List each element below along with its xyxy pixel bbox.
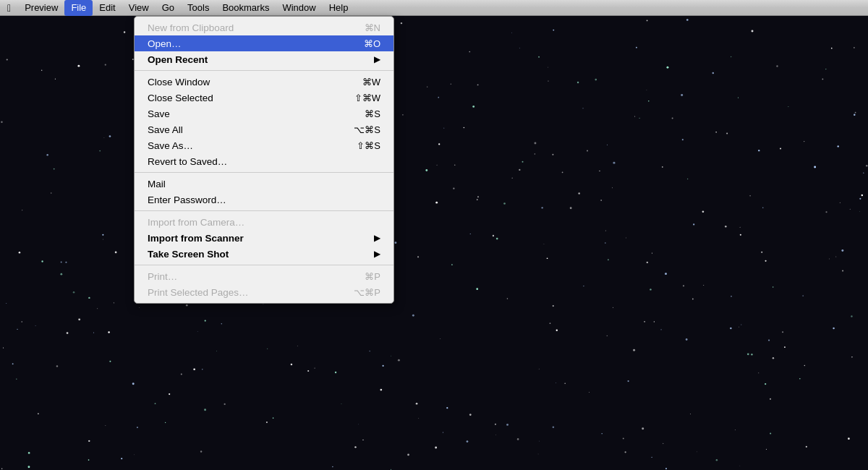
menu-item-new-from-clipboard-shortcut: ⌘N [365,22,380,33]
menu-item-close-window[interactable]: Close Window ⌘W [135,74,393,90]
separator-1 [135,70,393,71]
menubar-item-edit[interactable]: Edit [93,0,122,16]
menu-item-open-label: Open… [148,38,342,49]
menu-item-revert-to-saved[interactable]: Revert to Saved… [135,153,393,169]
menubar-item-bookmarks[interactable]: Bookmarks [216,0,276,16]
menu-item-print-shortcut: ⌘P [365,271,380,282]
menu-item-take-screen-shot-label: Take Screen Shot [148,249,367,260]
menu-item-enter-password[interactable]: Enter Password… [135,192,393,208]
menu-item-print-selected-pages-label: Print Selected Pages… [148,287,332,298]
menu-item-save-shortcut: ⌘S [365,108,380,119]
menu-item-save-all-shortcut: ⌥⌘S [354,124,380,135]
menu-item-enter-password-label: Enter Password… [148,195,359,205]
menu-item-save-all[interactable]: Save All ⌥⌘S [135,121,393,137]
open-recent-arrow-icon: ▶ [374,54,380,64]
menu-item-print-selected-pages[interactable]: Print Selected Pages… ⌥⌘P [135,284,393,300]
menu-item-open[interactable]: Open… ⌘O [135,35,393,51]
menu-item-open-shortcut: ⌘O [364,38,380,49]
menu-item-open-recent-label: Open Recent [148,54,367,65]
menu-item-save-as-label: Save As… [148,140,335,151]
menubar-item-window[interactable]: Window [276,0,322,16]
file-menu-dropdown: New from Clipboard ⌘N Open… ⌘O Open Rece… [134,16,394,304]
menubar:  Preview File Edit View Go Tools Bookma… [0,0,868,16]
apple-menu[interactable]:  [0,0,18,16]
menu-item-new-from-clipboard-label: New from Clipboard [148,22,343,33]
menu-item-import-from-scanner[interactable]: Import from Scanner ▶ [135,230,393,246]
separator-4 [135,265,393,265]
menu-item-mail-label: Mail [148,179,359,189]
menu-item-save-label: Save [148,108,343,119]
menubar-item-go[interactable]: Go [156,0,181,16]
menu-item-import-from-scanner-label: Import from Scanner [148,233,367,244]
menu-item-close-window-label: Close Window [148,77,341,87]
separator-3 [135,210,393,211]
menu-item-close-window-shortcut: ⌘W [362,77,380,87]
menu-item-print-selected-pages-shortcut: ⌥⌘P [354,287,380,298]
menu-item-print[interactable]: Print… ⌘P [135,268,393,284]
menu-item-import-from-camera-label: Import from Camera… [148,217,359,228]
take-screen-shot-arrow-icon: ▶ [374,249,380,259]
menu-item-save-as[interactable]: Save As… ⇧⌘S [135,137,393,153]
menu-item-save[interactable]: Save ⌘S [135,106,393,121]
menu-item-revert-to-saved-label: Revert to Saved… [148,156,359,167]
menu-item-close-selected-shortcut: ⇧⌘W [354,93,380,103]
menu-item-save-all-label: Save All [148,124,332,135]
menubar-item-view[interactable]: View [122,0,156,16]
menubar-item-tools[interactable]: Tools [181,0,216,16]
desktop-background [0,0,868,470]
menu-item-save-as-shortcut: ⇧⌘S [357,140,380,151]
menu-item-close-selected-label: Close Selected [148,93,333,103]
menu-item-import-from-camera[interactable]: Import from Camera… [135,214,393,230]
menu-item-close-selected[interactable]: Close Selected ⇧⌘W [135,90,393,106]
menu-item-take-screen-shot[interactable]: Take Screen Shot ▶ [135,246,393,262]
menu-item-print-label: Print… [148,271,343,282]
separator-2 [135,172,393,173]
menubar-item-preview[interactable]: Preview [18,0,64,16]
menu-item-mail[interactable]: Mail [135,176,393,192]
menu-item-open-recent[interactable]: Open Recent ▶ [135,51,393,67]
menubar-item-file[interactable]: File [64,0,93,16]
menu-item-new-from-clipboard[interactable]: New from Clipboard ⌘N [135,20,393,35]
import-scanner-arrow-icon: ▶ [374,233,380,243]
menubar-item-help[interactable]: Help [323,0,355,16]
